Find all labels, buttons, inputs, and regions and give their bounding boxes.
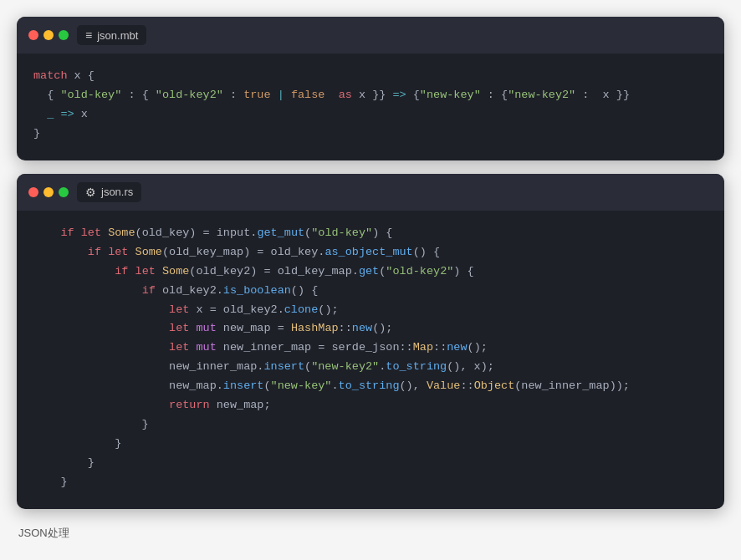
rs-line-2: if let Some(old_key_map) = old_key.as_ob… [33,243,708,262]
rs-line-4: if old_key2.is_boolean() { [33,282,708,301]
maximize-button[interactable] [59,30,69,40]
rs-line-13: } [33,454,708,473]
code-line-4: } [33,125,708,144]
code-body-mbt: match x { { "old-key" : { "old-key2" : t… [17,53,724,160]
code-line-3: _ => x [33,105,708,125]
tab-label-mbt: json.mbt [97,29,138,42]
tab-json-rs[interactable]: ⚙ json.rs [77,182,141,202]
rs-line-10: return new_map; [33,396,708,415]
rs-line-8: new_inner_map.insert("new-key2".to_strin… [33,358,708,377]
rs-line-3: if let Some(old_key2) = old_key_map.get(… [33,262,708,282]
tab-json-mbt[interactable]: ≡ json.mbt [77,25,146,45]
code-line-2: { "old-key" : { "old-key2" : true | fals… [33,86,708,105]
code-window-mbt: ≡ json.mbt match x { { "old-key" : { "ol… [17,17,724,160]
maximize-button-rs[interactable] [59,187,69,197]
code-body-rs: if let Some(old_key) = input.get_mut("ol… [17,211,724,509]
title-bar-rs: ⚙ json.rs [17,174,724,211]
traffic-lights-rs [28,187,69,197]
close-button[interactable] [28,30,38,40]
tab-label-rs: json.rs [101,186,133,198]
file-icon-rs: ⚙ [85,186,96,199]
file-icon-mbt: ≡ [85,28,92,42]
rs-line-5: let x = old_key2.clone(); [33,301,708,320]
traffic-lights-mbt [28,30,69,40]
rs-line-12: } [33,435,708,454]
minimize-button[interactable] [43,30,54,40]
rs-line-1: if let Some(old_key) = input.get_mut("ol… [33,224,708,243]
code-window-rs: ⚙ json.rs if let Some(old_key) = input.g… [17,174,724,509]
close-button-rs[interactable] [28,187,38,197]
caption: JSON处理 [17,522,724,541]
code-line-1: match x { [33,67,708,86]
rs-line-6: let mut new_map = HashMap::new(); [33,319,708,339]
rs-line-7: let mut new_inner_map = serde_json::Map:… [33,339,708,358]
rs-line-9: new_map.insert("new-key".to_string(), Va… [33,377,708,396]
minimize-button-rs[interactable] [43,187,54,197]
rs-line-14: } [33,473,708,492]
rs-line-11: } [33,415,708,435]
title-bar-mbt: ≡ json.mbt [17,17,724,53]
